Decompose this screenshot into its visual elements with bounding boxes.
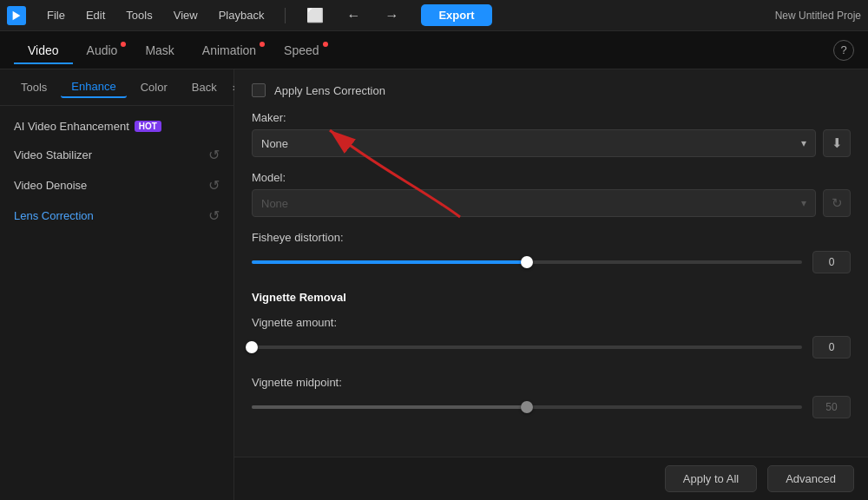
export-button[interactable]: Export	[421, 4, 491, 26]
apply-all-button[interactable]: Apply to All	[665, 465, 757, 492]
sidebar-item-lens-correction[interactable]: Lens Correction ↺	[0, 201, 233, 231]
menu-file[interactable]: File	[43, 7, 69, 23]
sub-tab-tools[interactable]: Tools	[10, 77, 57, 97]
fisheye-slider-fill	[252, 260, 527, 264]
tab-animation-dot	[260, 42, 265, 47]
vignette-midpoint-section: Vignette midpoint: 50	[252, 376, 851, 418]
vignette-midpoint-slider-track[interactable]	[252, 405, 802, 409]
svg-marker-0	[13, 10, 21, 20]
sub-tab-bar: Tools Enhance Color Back ›	[0, 69, 233, 106]
menu-playback[interactable]: Playback	[215, 7, 268, 23]
content-area: Apply Lens Correction Maker: None ▾ ⬇ Mo…	[234, 69, 868, 500]
vignette-amount-section: Vignette amount: 0	[252, 316, 851, 359]
sidebar: Tools Enhance Color Back › AI Video Enha…	[0, 69, 234, 500]
lens-correction-checkbox[interactable]	[252, 83, 266, 97]
screen-record-button[interactable]: ⬜	[303, 3, 327, 28]
menu-view[interactable]: View	[170, 7, 201, 23]
tab-bar: Video Audio Mask Animation Speed ?	[0, 31, 868, 69]
sub-tab-color[interactable]: Color	[130, 77, 178, 97]
vignette-title: Vignette Removal	[252, 291, 851, 304]
vignette-section: Vignette Removal Vignette amount: 0 Vign…	[252, 291, 851, 418]
main-layout: Tools Enhance Color Back › AI Video Enha…	[0, 69, 868, 500]
model-label: Model:	[252, 171, 851, 184]
reset-stabilizer-icon[interactable]: ↺	[208, 147, 220, 163]
vignette-midpoint-label: Vignette midpoint:	[252, 376, 851, 389]
sidebar-item-ai-enhancement[interactable]: AI Video Enhancement HOT	[0, 113, 233, 140]
maker-dropdown-arrow: ▾	[801, 137, 806, 149]
model-download-button[interactable]: ↻	[823, 189, 851, 217]
tab-audio[interactable]: Audio	[73, 38, 132, 62]
maker-download-button[interactable]: ⬇	[823, 129, 851, 157]
app-logo	[7, 6, 26, 25]
model-dropdown-arrow: ▾	[801, 197, 806, 209]
menu-tools[interactable]: Tools	[122, 7, 155, 23]
sidebar-item-video-stabilizer[interactable]: Video Stabilizer ↺	[0, 140, 233, 170]
tab-video[interactable]: Video	[14, 38, 73, 62]
vignette-amount-label: Vignette amount:	[252, 316, 851, 329]
maker-dropdown[interactable]: None ▾	[252, 129, 816, 157]
tab-mask[interactable]: Mask	[131, 38, 187, 62]
help-button[interactable]: ?	[833, 40, 854, 61]
fisheye-value: 0	[812, 251, 851, 273]
tab-speed[interactable]: Speed	[270, 38, 332, 62]
vignette-amount-slider-track[interactable]	[252, 345, 802, 349]
sub-tab-back[interactable]: Back	[181, 77, 227, 97]
tab-animation[interactable]: Animation	[188, 38, 270, 62]
divider	[285, 8, 286, 23]
fisheye-section: Fisheye distortion: 0	[252, 231, 851, 273]
reset-lens-icon[interactable]: ↺	[208, 207, 220, 224]
undo-button[interactable]: ←	[341, 3, 365, 28]
tab-audio-dot	[121, 42, 126, 47]
vignette-midpoint-slider-row: 50	[252, 396, 851, 418]
project-title: New Untitled Proje	[775, 10, 861, 22]
vignette-amount-value: 0	[812, 336, 851, 359]
hot-badge: HOT	[135, 121, 161, 132]
model-dropdown[interactable]: None ▾	[252, 189, 816, 217]
redo-button[interactable]: →	[379, 3, 404, 28]
tab-speed-dot	[323, 42, 328, 47]
advanced-button[interactable]: Advanced	[767, 465, 854, 492]
maker-label: Maker:	[252, 111, 851, 124]
fisheye-label: Fisheye distortion:	[252, 231, 851, 244]
fisheye-slider-track[interactable]	[252, 260, 802, 264]
maker-row: None ▾ ⬇	[252, 129, 851, 157]
menu-edit[interactable]: Edit	[82, 7, 108, 23]
bottom-bar: Apply to All Advanced	[234, 457, 868, 500]
vignette-amount-slider-thumb[interactable]	[246, 341, 258, 353]
sub-tab-enhance[interactable]: Enhance	[61, 76, 126, 98]
reset-denoise-icon[interactable]: ↺	[208, 177, 220, 194]
menu-bar: File Edit Tools View Playback ⬜ ← → Expo…	[0, 0, 868, 31]
lens-correction-label: Apply Lens Correction	[274, 84, 385, 97]
fisheye-slider-thumb[interactable]	[521, 256, 533, 268]
vignette-midpoint-slider-thumb[interactable]	[521, 401, 533, 413]
vignette-midpoint-value: 50	[812, 396, 851, 418]
fisheye-slider-row: 0	[252, 251, 851, 273]
vignette-midpoint-slider-fill	[252, 405, 527, 409]
vignette-amount-slider-row: 0	[252, 336, 851, 359]
sidebar-item-video-denoise[interactable]: Video Denoise ↺	[0, 170, 233, 201]
sidebar-items: AI Video Enhancement HOT Video Stabilize…	[0, 106, 233, 238]
lens-correction-row: Apply Lens Correction	[252, 83, 851, 97]
model-row: None ▾ ↻	[252, 189, 851, 217]
